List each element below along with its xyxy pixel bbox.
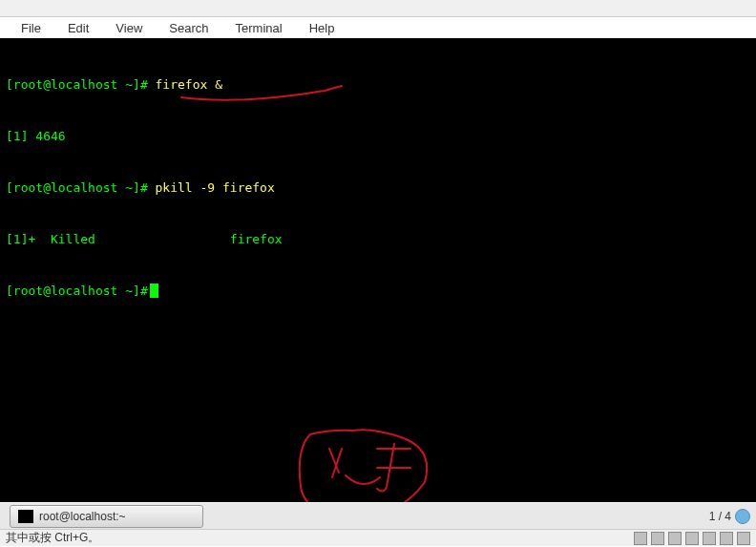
- status-hint: 其中或按 Ctrl+G。: [6, 530, 99, 546]
- job-output: [1] 4646: [6, 129, 66, 143]
- menu-edit[interactable]: Edit: [64, 19, 93, 37]
- taskbar-window-button[interactable]: root@localhost:~: [10, 505, 203, 528]
- prompt: [root@localhost ~]#: [6, 284, 148, 298]
- volume-icon[interactable]: [720, 532, 733, 545]
- terminal-line-4: [1]+ Killed firefox: [6, 231, 750, 248]
- terminal-line-1: [root@localhost ~]# firefox &: [6, 76, 750, 94]
- menu-terminal[interactable]: Terminal: [232, 19, 286, 37]
- tray-clock-icon[interactable]: [735, 509, 750, 524]
- taskbar-window-title: root@localhost:~: [39, 510, 126, 523]
- command-text: firefox &: [148, 77, 222, 92]
- printer-icon[interactable]: [651, 532, 664, 545]
- monitor-icon[interactable]: [634, 532, 647, 545]
- menu-help[interactable]: Help: [305, 19, 339, 37]
- red-annotations: [0, 38, 756, 502]
- prompt: [root@localhost ~]#: [6, 77, 148, 92]
- window-title-bar: [0, 0, 756, 17]
- menu-view[interactable]: View: [112, 19, 146, 37]
- terminal-line-3: [root@localhost ~]# pkill -9 firefox: [6, 179, 750, 197]
- display-icon[interactable]: [685, 532, 699, 545]
- status-panel: 其中或按 Ctrl+G。: [0, 529, 756, 546]
- tray-icons-group: [634, 532, 750, 545]
- terminal-icon: [18, 510, 33, 523]
- menu-file[interactable]: File: [17, 19, 45, 37]
- job-output: [1]+ Killed firefox: [6, 232, 283, 246]
- cursor-icon: [150, 284, 158, 298]
- network-icon[interactable]: [668, 532, 682, 545]
- terminal-line-2: [1] 4646: [6, 128, 750, 145]
- workspace-indicator[interactable]: 1 / 4: [709, 510, 731, 523]
- taskbar: root@localhost:~ 1 / 4: [0, 502, 756, 529]
- terminal-area[interactable]: [root@localhost ~]# firefox & [1] 4646 […: [0, 38, 756, 502]
- terminal-line-5: [root@localhost ~]#: [6, 283, 750, 300]
- prompt: [root@localhost ~]#: [6, 180, 148, 195]
- menu-search[interactable]: Search: [165, 19, 212, 37]
- menu-bar: File Edit View Search Terminal Help: [0, 17, 756, 38]
- command-text: pkill -9 firefox: [148, 180, 275, 195]
- printer2-icon[interactable]: [703, 532, 716, 545]
- spinner-icon[interactable]: [737, 532, 750, 545]
